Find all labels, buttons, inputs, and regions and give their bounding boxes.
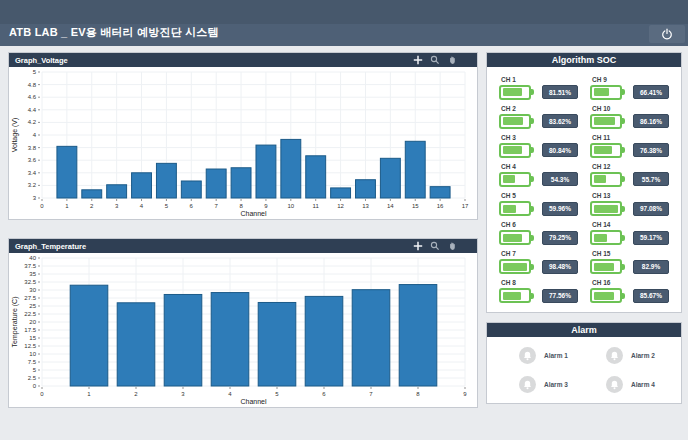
alarm-panel-title: Alarm [493, 325, 675, 335]
svg-text:Channel: Channel [240, 210, 267, 217]
svg-text:4: 4 [140, 203, 144, 209]
temperature-bar-chart: 02.557.51012.51517.52022.52527.53032.535… [9, 253, 477, 407]
bar-ch2 [82, 190, 102, 198]
svg-text:Channel: Channel [240, 398, 267, 405]
temperature-panel: Graph_Temperature 02.557.51012.51517.520… [8, 238, 478, 408]
bar-ch16 [430, 187, 450, 198]
zoom-icon[interactable] [430, 241, 440, 251]
soc-channel: CH 966.41% [590, 73, 671, 102]
soc-channel-label: CH 2 [501, 105, 580, 112]
soc-channel: CH 1176.38% [590, 131, 671, 160]
svg-text:1: 1 [65, 203, 69, 209]
bell-icon [606, 347, 623, 364]
svg-text:3: 3 [181, 391, 185, 397]
soc-channel: CH 1397.08% [590, 190, 671, 219]
soc-channel: CH 1086.16% [590, 102, 671, 131]
svg-text:4.2: 4.2 [28, 119, 37, 125]
svg-text:12.5: 12.5 [24, 343, 36, 349]
soc-channel-label: CH 8 [501, 279, 580, 286]
voltage-chart-title: Graph_Voltage [15, 56, 68, 65]
soc-channel: CH 1582.9% [590, 248, 671, 277]
voltage-panel-header: Graph_Voltage [9, 53, 477, 67]
svg-text:2.5: 2.5 [28, 375, 37, 381]
bar-ch12 [331, 188, 351, 198]
svg-text:20: 20 [29, 319, 36, 325]
pan-icon[interactable] [447, 241, 457, 251]
svg-text:0: 0 [33, 383, 37, 389]
svg-text:3.4: 3.4 [28, 170, 37, 176]
power-button[interactable] [649, 25, 685, 43]
svg-text:17: 17 [462, 203, 469, 209]
soc-channel: CH 798.48% [499, 248, 580, 277]
svg-text:5: 5 [33, 69, 37, 75]
alarm-label: Alarm 3 [544, 381, 568, 388]
zoom-icon[interactable] [430, 55, 440, 65]
soc-value-badge: 83.62% [542, 114, 578, 128]
soc-channel: CH 877.56% [499, 277, 580, 306]
soc-panel-title: Algorithm SOC [493, 55, 675, 65]
svg-text:4.6: 4.6 [28, 94, 37, 100]
svg-text:7: 7 [215, 203, 219, 209]
app-window: { "app": { "title": "ATB LAB _ EV용 배터리 예… [0, 0, 688, 440]
svg-text:32.5: 32.5 [24, 279, 36, 285]
svg-text:5: 5 [275, 391, 279, 397]
svg-text:37.5: 37.5 [24, 263, 36, 269]
alarm-label: Alarm 1 [544, 352, 568, 359]
svg-text:3.2: 3.2 [28, 182, 37, 188]
svg-text:11: 11 [313, 203, 320, 209]
soc-channel-label: CH 9 [592, 76, 671, 83]
pan-icon[interactable] [447, 55, 457, 65]
bar-ch4 [132, 173, 152, 198]
soc-channel-label: CH 4 [501, 163, 580, 170]
soc-value-badge: 59.17% [633, 231, 669, 245]
bar-ch5 [258, 302, 296, 386]
alarm-item: Alarm 2 [584, 341, 671, 370]
soc-value-badge: 79.25% [542, 231, 578, 245]
algorithm-soc-panel: Algorithm SOC CH 181.51%CH 283.62%CH 380… [486, 52, 682, 313]
svg-text:4.4: 4.4 [28, 107, 37, 113]
crosshair-icon[interactable] [413, 241, 423, 251]
crosshair-icon[interactable] [413, 55, 423, 65]
svg-text:3.6: 3.6 [28, 157, 37, 163]
svg-text:5: 5 [165, 203, 169, 209]
svg-text:0: 0 [40, 391, 44, 397]
bar-ch6 [181, 181, 201, 198]
battery-icon [499, 259, 531, 274]
svg-text:22.5: 22.5 [24, 311, 36, 317]
svg-text:30: 30 [29, 287, 36, 293]
soc-value-badge: 86.16% [633, 114, 669, 128]
svg-text:Temperature (C): Temperature (C) [11, 297, 19, 348]
soc-value-badge: 97.08% [633, 202, 669, 216]
battery-icon [590, 114, 622, 129]
battery-icon [590, 288, 622, 303]
svg-text:3: 3 [33, 195, 37, 201]
alarm-label: Alarm 2 [631, 352, 655, 359]
battery-icon [499, 288, 531, 303]
soc-channel-label: CH 1 [501, 76, 580, 83]
soc-channel-label: CH 6 [501, 221, 580, 228]
soc-channel-label: CH 12 [592, 163, 671, 170]
alarm-panel-header: Alarm [487, 323, 681, 337]
bar-ch9 [256, 145, 276, 198]
svg-text:4: 4 [33, 132, 37, 138]
battery-icon [590, 230, 622, 245]
soc-channel-label: CH 15 [592, 250, 671, 257]
svg-text:3.8: 3.8 [28, 145, 37, 151]
bar-ch3 [164, 294, 202, 386]
svg-text:8: 8 [416, 391, 420, 397]
svg-text:15: 15 [412, 203, 419, 209]
bar-ch3 [107, 185, 127, 198]
bar-ch4 [211, 293, 249, 386]
battery-icon [499, 85, 531, 100]
battery-icon [590, 201, 622, 216]
soc-channel: CH 1255.7% [590, 160, 671, 189]
svg-text:8: 8 [239, 203, 243, 209]
bar-ch13 [356, 180, 376, 198]
svg-text:4.8: 4.8 [28, 82, 37, 88]
alarm-item: Alarm 4 [584, 370, 671, 399]
bar-ch7 [352, 290, 390, 386]
soc-channel-label: CH 3 [501, 134, 580, 141]
bar-ch1 [70, 285, 108, 386]
svg-text:17.5: 17.5 [24, 327, 36, 333]
svg-text:35: 35 [29, 271, 36, 277]
